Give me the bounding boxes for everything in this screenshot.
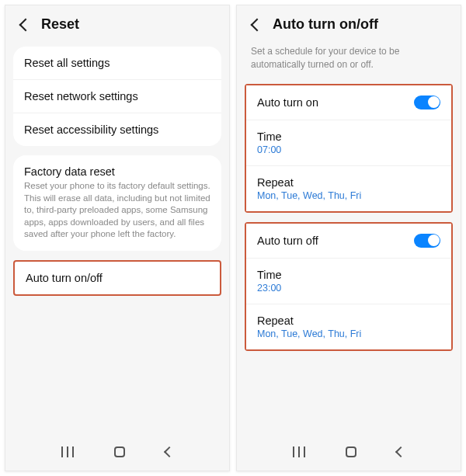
auto-off-label: Auto turn off [257, 235, 318, 247]
factory-desc: Reset your phone to its factory default … [24, 180, 210, 241]
auto-on-toggle[interactable] [414, 96, 440, 109]
header: Auto turn on/off [237, 5, 461, 42]
auto-off-section: Auto turn off Time 23:00 Repeat Mon, Tue… [245, 222, 453, 351]
time-label: Time [257, 269, 440, 281]
header: Reset [5, 5, 229, 42]
reset-all-settings[interactable]: Reset all settings [13, 47, 221, 80]
auto-on-time-row[interactable]: Time 07:00 [246, 120, 451, 166]
screen-reset: Reset Reset all settings Reset network s… [5, 5, 230, 471]
reset-network-settings[interactable]: Reset network settings [13, 80, 221, 113]
reset-options-group: Reset all settings Reset network setting… [13, 47, 221, 146]
back-nav-icon[interactable] [164, 446, 175, 457]
auto-off-toggle[interactable] [414, 234, 440, 248]
time-label: Time [257, 130, 440, 143]
auto-on-repeat-row[interactable]: Repeat Mon, Tue, Wed, Thu, Fri [246, 166, 451, 211]
auto-off-time-row[interactable]: Time 23:00 [246, 259, 451, 304]
screen-auto-turn: Auto turn on/off Set a schedule for your… [236, 5, 461, 471]
home-icon[interactable] [114, 446, 125, 457]
reset-accessibility-settings[interactable]: Reset accessibility settings [13, 113, 221, 146]
factory-title: Factory data reset [24, 165, 210, 178]
back-icon[interactable] [19, 18, 33, 31]
repeat-label: Repeat [257, 176, 440, 189]
recent-apps-icon[interactable] [293, 451, 305, 453]
back-nav-icon[interactable] [395, 446, 406, 457]
auto-off-time-value: 23:00 [257, 283, 440, 294]
auto-on-time-value: 07:00 [257, 144, 440, 155]
auto-turn-group: Auto turn on/off [13, 260, 221, 296]
page-title: Reset [41, 16, 79, 33]
factory-data-reset[interactable]: Factory data reset Reset your phone to i… [13, 155, 221, 251]
auto-off-repeat-value: Mon, Tue, Wed, Thu, Fri [257, 328, 440, 339]
nav-bar [237, 438, 461, 471]
auto-turn-onoff[interactable]: Auto turn on/off [15, 262, 220, 294]
auto-turn-on-row[interactable]: Auto turn on [246, 85, 451, 120]
auto-off-repeat-row[interactable]: Repeat Mon, Tue, Wed, Thu, Fri [246, 304, 451, 349]
home-icon[interactable] [346, 446, 356, 457]
page-subtitle: Set a schedule for your device to be aut… [237, 42, 461, 79]
page-title: Auto turn on/off [273, 16, 378, 33]
factory-reset-group: Factory data reset Reset your phone to i… [13, 155, 221, 251]
auto-on-section: Auto turn on Time 07:00 Repeat Mon, Tue,… [245, 84, 453, 213]
recent-apps-icon[interactable] [61, 451, 74, 453]
repeat-label: Repeat [257, 314, 440, 327]
auto-on-label: Auto turn on [257, 96, 318, 109]
back-icon[interactable] [251, 18, 264, 31]
auto-on-repeat-value: Mon, Tue, Wed, Thu, Fri [257, 190, 440, 201]
auto-turn-off-row[interactable]: Auto turn off [246, 224, 451, 259]
nav-bar [5, 438, 229, 471]
